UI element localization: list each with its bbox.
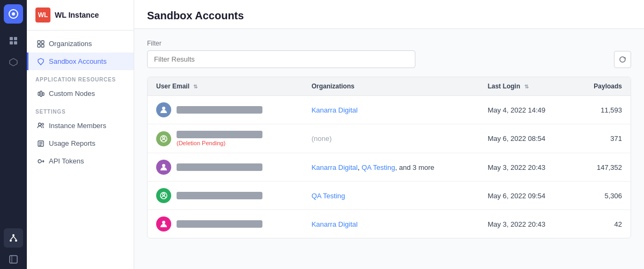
user-email-block	[177, 220, 262, 228]
email-redacted-bar	[177, 106, 262, 114]
user-avatar	[156, 160, 171, 175]
org-link[interactable]: Kanarra Digital	[311, 220, 357, 228]
org-cell: Kanarra Digital	[303, 96, 479, 124]
svg-point-36	[162, 221, 165, 224]
icon-bar-grid[interactable]	[4, 31, 23, 50]
org-none-label: (none)	[311, 134, 332, 143]
sidebar-header: WL WL Instance	[27, 0, 134, 31]
user-avatar	[156, 131, 171, 146]
user-email-cell	[148, 153, 303, 182]
instance-members-icon	[37, 122, 45, 130]
last-login-cell: May 4, 2022 14:49	[479, 96, 574, 124]
svg-rect-18	[40, 91, 42, 96]
sidebar-item-organizations[interactable]: Organizations	[27, 35, 134, 53]
table-row: (Deletion Pending)(none)May 6, 2022 08:5…	[148, 124, 631, 153]
main-content: Sandbox Accounts Filter User Email ⇅	[134, 0, 644, 269]
org-link[interactable]: Kanarra Digital	[311, 163, 357, 171]
user-email-block: (Deletion Pending)	[177, 131, 262, 146]
user-email-sort-icon: ⇅	[193, 84, 197, 89]
svg-rect-16	[41, 44, 44, 47]
org-link[interactable]: QA Testing	[311, 192, 345, 200]
sidebar-item-api-tokens[interactable]: API Tokens	[27, 152, 134, 170]
usage-reports-icon	[37, 140, 45, 147]
svg-point-33	[162, 164, 165, 167]
page-title: Sandbox Accounts	[147, 10, 631, 22]
user-avatar	[156, 216, 171, 231]
sidebar-item-api-tokens-label: API Tokens	[49, 157, 84, 165]
org-link[interactable]: QA Testing	[362, 163, 396, 171]
last-login-cell: May 6, 2022 09:54	[479, 182, 574, 210]
svg-point-30	[162, 107, 165, 110]
svg-point-32	[163, 137, 165, 139]
org-cell: (none)	[303, 124, 479, 153]
app-logo[interactable]	[4, 4, 23, 24]
icon-bar	[0, 0, 27, 269]
org-extra-label: , and 3 more	[395, 163, 434, 171]
sidebar-item-usage-reports[interactable]: Usage Reports	[27, 134, 134, 152]
filter-row	[147, 50, 631, 68]
payloads-cell: 5,306	[573, 182, 631, 210]
user-email-cell	[148, 182, 303, 210]
svg-point-20	[39, 123, 41, 125]
sidebar-item-usage-reports-label: Usage Reports	[49, 139, 96, 147]
sidebar-item-custom-nodes[interactable]: Custom Nodes	[27, 85, 134, 102]
custom-nodes-icon	[37, 90, 45, 98]
table-header-row: User Email ⇅ Organizations Last Login ⇅ …	[148, 77, 631, 96]
svg-line-10	[13, 236, 16, 240]
org-link[interactable]: Kanarra Digital	[311, 106, 357, 114]
svg-point-6	[12, 234, 14, 236]
col-last-login[interactable]: Last Login ⇅	[479, 77, 574, 96]
user-email-block	[177, 163, 262, 171]
svg-rect-15	[38, 44, 40, 47]
email-redacted-bar	[177, 163, 262, 171]
sidebar: WL WL Instance Organizations Sandbox Acc…	[27, 0, 134, 269]
user-email-cell: (Deletion Pending)	[148, 124, 303, 153]
payloads-cell: 42	[573, 210, 631, 238]
last-login-cell: May 6, 2022 08:54	[479, 124, 574, 153]
col-user-email[interactable]: User Email ⇅	[148, 77, 303, 96]
svg-rect-14	[41, 41, 44, 43]
sidebar-item-sandbox-accounts[interactable]: Sandbox Accounts	[27, 53, 134, 70]
svg-rect-17	[38, 92, 40, 95]
refresh-button[interactable]	[614, 51, 631, 68]
svg-rect-4	[10, 41, 13, 44]
sandbox-icon	[37, 58, 45, 65]
payloads-cell: 371	[573, 124, 631, 153]
sidebar-item-instance-members[interactable]: Instance Members	[27, 117, 134, 134]
icon-bar-box[interactable]	[4, 53, 23, 72]
org-cell: Kanarra Digital, QA Testing, and 3 more	[303, 153, 479, 182]
svg-rect-5	[14, 41, 17, 44]
svg-line-9	[11, 236, 13, 240]
table-row: Kanarra Digital, QA Testing, and 3 moreM…	[148, 153, 631, 182]
col-payloads: Payloads	[573, 77, 631, 96]
last-login-cell: May 3, 2022 20:43	[479, 210, 574, 238]
refresh-icon	[619, 56, 626, 63]
user-email-cell	[148, 96, 303, 124]
svg-point-21	[42, 123, 44, 125]
sidebar-item-organizations-label: Organizations	[49, 40, 92, 48]
main-body: Filter User Email ⇅	[134, 29, 644, 269]
sidebar-section-settings: SETTINGS	[27, 102, 134, 117]
svg-point-8	[15, 240, 17, 242]
svg-rect-3	[14, 37, 17, 40]
user-email-block	[177, 106, 262, 114]
svg-rect-13	[38, 41, 40, 43]
filter-label: Filter	[147, 40, 631, 47]
main-header: Sandbox Accounts	[134, 0, 644, 29]
sidebar-header-icon: WL	[35, 8, 50, 23]
filter-input[interactable]	[147, 50, 415, 68]
icon-bar-nodes[interactable]	[4, 228, 23, 248]
svg-rect-11	[10, 256, 17, 263]
payloads-cell: 11,593	[573, 96, 631, 124]
table-row: Kanarra DigitalMay 4, 2022 14:4911,593	[148, 96, 631, 124]
api-tokens-icon	[37, 158, 45, 165]
user-email-block	[177, 192, 262, 199]
user-email-cell	[148, 210, 303, 238]
svg-rect-2	[10, 37, 13, 40]
svg-point-26	[38, 160, 41, 163]
icon-bar-dashboard[interactable]	[4, 250, 23, 269]
table-row: Kanarra DigitalMay 3, 2022 20:4342	[148, 210, 631, 238]
organizations-icon	[37, 40, 45, 48]
svg-point-1	[12, 12, 15, 16]
sidebar-nav: Organizations Sandbox Accounts APPLICATI…	[27, 31, 134, 174]
